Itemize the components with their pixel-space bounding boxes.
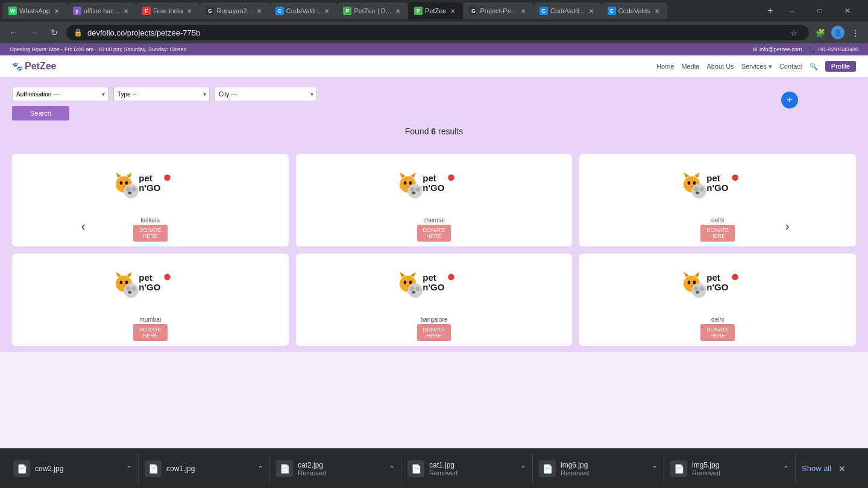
maximize-button[interactable]: □: [807, 2, 833, 19]
dl-info-5: img5.jpg Removed: [692, 461, 778, 477]
zoom-button[interactable]: +: [781, 92, 798, 108]
tab-codevalds3[interactable]: CCodeValds✕: [602, 2, 667, 19]
dl-icon-2: 📄: [276, 460, 293, 477]
more-button[interactable]: ⋮: [848, 25, 863, 40]
rupayan-close[interactable]: ✕: [255, 7, 263, 15]
forward-button[interactable]: →: [25, 24, 42, 41]
dl-chevron-0[interactable]: ⌃: [126, 465, 132, 473]
nav-search-icon[interactable]: 🔍: [810, 63, 818, 70]
authorization-filter: Authorisation ---: [12, 87, 108, 101]
reload-button[interactable]: ↻: [46, 24, 63, 41]
dl-info-4: img6.jpg Removed: [561, 461, 647, 477]
petzee-logo[interactable]: 🐾 PetZee: [12, 61, 56, 72]
ngo-logo-0: pet n'GO: [12, 154, 289, 214]
type-select[interactable]: Type --: [113, 87, 210, 101]
petzee-active-favicon: P: [414, 7, 423, 15]
nav-services[interactable]: Services ▾: [741, 63, 772, 70]
dl-filename-3: cat1.jpg: [429, 461, 515, 469]
svg-point-25: [415, 187, 420, 192]
svg-point-88: [732, 274, 738, 281]
dl-info-0: cow2.jpg: [35, 465, 121, 473]
svg-point-9: [127, 187, 131, 192]
project-pe-favicon: G: [469, 7, 477, 15]
download-item-2: 📄 cat2.jpg Removed ⌃: [270, 453, 401, 484]
donate-button-0[interactable]: DONATEHERE: [133, 225, 168, 242]
dl-chevron-1[interactable]: ⌃: [257, 465, 263, 473]
svg-text:pet: pet: [423, 173, 436, 183]
dl-chevron-2[interactable]: ⌃: [389, 465, 395, 473]
dl-chevron-4[interactable]: ⌃: [652, 465, 658, 473]
dl-filename-2: cat2.jpg: [298, 461, 384, 469]
svg-point-24: [410, 187, 415, 192]
nav-contact[interactable]: Contact: [779, 63, 802, 70]
nav-arrow-right[interactable]: ›: [776, 208, 798, 244]
authorization-select-wrapper: Authorisation ---: [12, 87, 108, 101]
type-filter: Type --: [113, 87, 210, 101]
svg-text:n'GO: n'GO: [423, 282, 444, 292]
donate-button-2[interactable]: DONATEHERE: [700, 225, 735, 242]
svg-point-69: [410, 287, 415, 292]
dl-icon-0: 📄: [13, 460, 30, 477]
show-all-downloads[interactable]: Show all ✕: [796, 453, 868, 484]
dl-filename-1: cow1.jpg: [166, 465, 253, 473]
dl-chevron-3[interactable]: ⌃: [520, 465, 526, 473]
tab-petzee-d[interactable]: PPetZee | D...✕: [337, 2, 408, 19]
svg-point-65: [404, 281, 407, 284]
project-pe-close[interactable]: ✕: [519, 7, 527, 15]
donate-button-4[interactable]: DONATEHERE: [417, 324, 451, 341]
codevalds2-close[interactable]: ✕: [587, 7, 596, 15]
new-tab-button[interactable]: +: [763, 3, 778, 19]
donate-button-1[interactable]: DONATEHERE: [417, 225, 451, 242]
freeindia-close[interactable]: ✕: [185, 7, 193, 15]
tab-petzee-active[interactable]: PPetZee✕: [408, 2, 463, 19]
donate-button-3[interactable]: DONATEHERE: [133, 324, 168, 341]
city-select[interactable]: City ---: [215, 87, 317, 101]
extension-button[interactable]: 🧩: [813, 25, 828, 40]
codevalds1-label: CodeVald...: [286, 7, 321, 14]
svg-point-28: [448, 175, 454, 181]
profile-avatar[interactable]: 👤: [830, 25, 846, 40]
petzee-d-favicon: P: [343, 7, 351, 15]
tab-project-pe[interactable]: GProject-Pe...✕: [463, 2, 533, 19]
ngo-city-3: mumbai: [140, 314, 162, 324]
city-select-wrapper: City ---: [215, 87, 317, 101]
svg-point-38: [691, 184, 706, 198]
minimize-button[interactable]: ─: [779, 2, 805, 19]
tab-rupayan[interactable]: GRupayan2...✕: [200, 2, 269, 19]
dl-chevron-5[interactable]: ⌃: [783, 465, 789, 473]
close-download-bar[interactable]: ✕: [838, 464, 846, 474]
svg-text:pet: pet: [423, 272, 436, 283]
svg-point-39: [694, 187, 699, 192]
petzee-active-close[interactable]: ✕: [448, 7, 457, 15]
tab-freeindia[interactable]: FFree India✕: [136, 2, 200, 19]
tab-codevalds1[interactable]: CCodeVald...✕: [269, 2, 338, 19]
codevalds1-close[interactable]: ✕: [322, 7, 331, 15]
search-button[interactable]: Search: [12, 106, 69, 120]
tab-whatsapp[interactable]: WWhatsApp✕: [2, 2, 67, 19]
whatsapp-close[interactable]: ✕: [52, 7, 61, 15]
address-actions: ☆: [786, 25, 802, 40]
codevalds3-close[interactable]: ✕: [653, 7, 661, 15]
petzee-d-close[interactable]: ✕: [394, 7, 402, 15]
nav-media[interactable]: Media: [681, 63, 699, 70]
svg-point-21: [409, 181, 412, 185]
address-bar[interactable]: 🔒 devfolio.co/projects/petzee-775b ☆: [66, 25, 809, 40]
offline-label: offline hac...: [84, 7, 119, 14]
back-button[interactable]: ←: [5, 24, 22, 41]
close-button[interactable]: ✕: [834, 2, 861, 19]
nav-arrow-left[interactable]: ‹: [72, 208, 94, 244]
tab-offline[interactable]: yoffline hac...✕: [67, 2, 136, 19]
dl-status-5: Removed: [692, 469, 778, 477]
dl-icon-3: 📄: [407, 460, 424, 477]
svg-point-68: [407, 283, 422, 298]
bookmark-button[interactable]: ☆: [786, 25, 802, 40]
tab-codevalds2[interactable]: CCodeVald...✕: [533, 2, 602, 19]
show-all-label[interactable]: Show all: [802, 464, 831, 473]
website-frame: + ‹ › Opening Hours: Mon - Fri: 6:00 am …: [0, 43, 868, 448]
authorization-select[interactable]: Authorisation ---: [12, 87, 108, 101]
donate-button-5[interactable]: DONATEHERE: [700, 324, 735, 341]
nav-about[interactable]: About Us: [706, 63, 734, 70]
offline-close[interactable]: ✕: [122, 7, 130, 15]
nav-profile-btn[interactable]: Profile: [825, 61, 856, 72]
nav-home[interactable]: Home: [656, 63, 674, 70]
